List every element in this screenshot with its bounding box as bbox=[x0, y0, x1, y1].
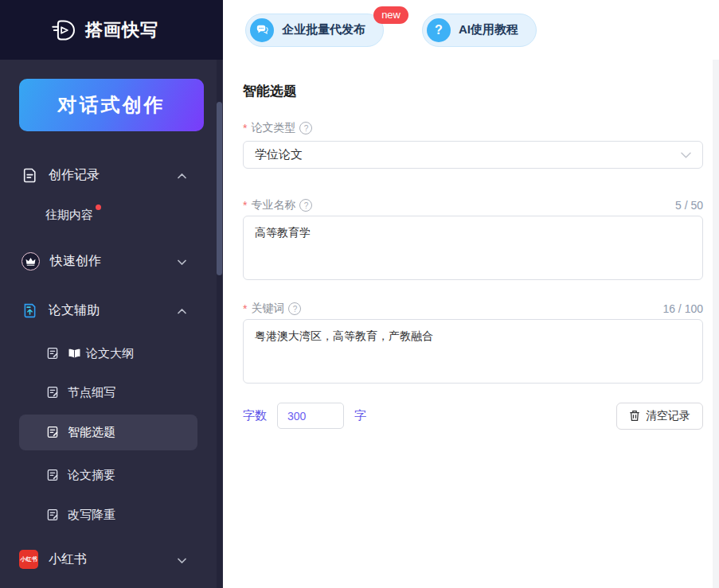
sidebar-item-past-content[interactable]: 往期内容 bbox=[0, 203, 217, 227]
brand-name: 搭画快写 bbox=[85, 18, 158, 42]
keywords-counter: 16 / 100 bbox=[662, 302, 703, 315]
xiaohongshu-icon: 小红书 bbox=[19, 550, 38, 569]
major-name-label: 专业名称 bbox=[251, 198, 295, 212]
dialog-create-button[interactable]: 对话式创作 bbox=[19, 79, 204, 131]
bottom-row: 字数 字 清空记录 bbox=[243, 402, 703, 430]
chevron-up-icon[interactable] bbox=[178, 303, 186, 317]
edit-document-icon bbox=[45, 425, 60, 439]
chevron-down-icon[interactable] bbox=[178, 254, 186, 268]
sidebar: 搭画快写 对话式创作 创作记录 往期内容 bbox=[0, 0, 223, 588]
edit-document-icon bbox=[45, 468, 60, 482]
keywords-label-row: * 关键词 ? 16 / 100 bbox=[243, 302, 703, 316]
sidebar-item-paper-assist[interactable]: 论文辅助 bbox=[0, 298, 217, 322]
trash-icon bbox=[629, 410, 640, 422]
required-asterisk: * bbox=[243, 122, 247, 134]
question-mark-icon: ? bbox=[427, 18, 451, 42]
sidebar-item-paper-abstract[interactable]: 论文摘要 bbox=[0, 463, 217, 487]
topbar: 企业批量代发布 new ? AI使用教程 bbox=[223, 0, 719, 60]
batch-publish-button[interactable]: 企业批量代发布 new bbox=[245, 14, 384, 47]
sidebar-scrollbar-thumb[interactable] bbox=[217, 102, 222, 275]
clear-records-button[interactable]: 清空记录 bbox=[616, 403, 703, 430]
word-count-unit: 字 bbox=[354, 408, 366, 423]
paper-type-label-row: * 论文类型 ? bbox=[243, 121, 703, 135]
paper-assist-icon bbox=[21, 302, 38, 319]
ai-tutorial-label: AI使用教程 bbox=[459, 22, 518, 37]
edit-document-icon bbox=[45, 508, 60, 522]
document-icon bbox=[21, 167, 38, 184]
app-window: 搭画快写 对话式创作 创作记录 往期内容 bbox=[0, 0, 719, 588]
sidebar-item-xiaohongshu[interactable]: 小红书 小红书 bbox=[0, 547, 217, 571]
keywords-label: 关键词 bbox=[251, 302, 284, 316]
sidebar-item-node-writing[interactable]: 节点细写 bbox=[0, 380, 217, 404]
sidebar-item-label: 节点细写 bbox=[68, 385, 115, 400]
sidebar-item-label: 创作记录 bbox=[49, 167, 100, 184]
ai-tutorial-button[interactable]: ? AI使用教程 bbox=[422, 14, 537, 47]
crown-icon bbox=[21, 252, 40, 271]
sidebar-item-quick-create[interactable]: 快速创作 bbox=[0, 249, 217, 273]
major-name-input[interactable]: 高等教育学 bbox=[243, 216, 703, 280]
help-icon[interactable]: ? bbox=[288, 302, 301, 315]
required-asterisk: * bbox=[243, 302, 247, 315]
help-icon[interactable]: ? bbox=[299, 199, 312, 212]
word-count-label: 字数 bbox=[243, 408, 267, 423]
sidebar-item-label: 往期内容 bbox=[45, 208, 93, 223]
word-count-input[interactable] bbox=[277, 403, 344, 429]
main-content: 智能选题 * 论文类型 ? 学位论文 * 专业名称 ? 5 / 50 高等教育学 bbox=[223, 60, 719, 588]
help-icon[interactable]: ? bbox=[299, 122, 312, 134]
chevron-down-icon[interactable] bbox=[178, 552, 186, 567]
required-asterisk: * bbox=[243, 199, 247, 212]
logo-header: 搭画快写 bbox=[0, 0, 223, 60]
brand-logo-icon bbox=[51, 17, 78, 44]
main-scrollbar-track[interactable] bbox=[713, 60, 719, 588]
sidebar-item-label: 改写降重 bbox=[68, 508, 115, 523]
sidebar-item-paper-outline[interactable]: 论文大纲 bbox=[0, 341, 217, 365]
notification-dot bbox=[96, 204, 101, 210]
edit-document-icon bbox=[45, 385, 60, 399]
open-book-icon bbox=[68, 349, 81, 359]
sidebar-item-label: 论文辅助 bbox=[49, 302, 100, 319]
major-name-counter: 5 / 50 bbox=[675, 199, 703, 212]
sidebar-item-label: 论文大纲 bbox=[86, 346, 134, 361]
sidebar-item-label: 智能选题 bbox=[68, 425, 115, 440]
sidebar-item-label: 论文摘要 bbox=[68, 468, 115, 483]
sidebar-item-creation-records[interactable]: 创作记录 bbox=[0, 163, 217, 187]
page-title: 智能选题 bbox=[243, 82, 297, 100]
paper-type-value: 学位论文 bbox=[255, 147, 303, 162]
edit-document-icon bbox=[45, 346, 60, 360]
paper-type-select[interactable]: 学位论文 bbox=[243, 141, 703, 169]
sidebar-item-label: 小红书 bbox=[49, 551, 87, 568]
sidebar-item-smart-topic[interactable]: 智能选题 bbox=[0, 420, 217, 444]
major-name-label-row: * 专业名称 ? 5 / 50 bbox=[243, 198, 703, 212]
keywords-input[interactable]: 粤港澳大湾区，高等教育，产教融合 bbox=[243, 319, 703, 384]
chevron-up-icon[interactable] bbox=[178, 168, 186, 182]
paper-type-label: 论文类型 bbox=[251, 121, 295, 135]
clear-records-label: 清空记录 bbox=[646, 409, 690, 423]
batch-publish-label: 企业批量代发布 bbox=[282, 22, 365, 37]
chevron-down-icon bbox=[681, 152, 691, 158]
sidebar-item-rewrite[interactable]: 改写降重 bbox=[0, 503, 217, 527]
new-badge: new bbox=[373, 6, 408, 24]
chat-bubbles-icon bbox=[250, 18, 274, 42]
sidebar-item-label: 快速创作 bbox=[50, 253, 101, 270]
